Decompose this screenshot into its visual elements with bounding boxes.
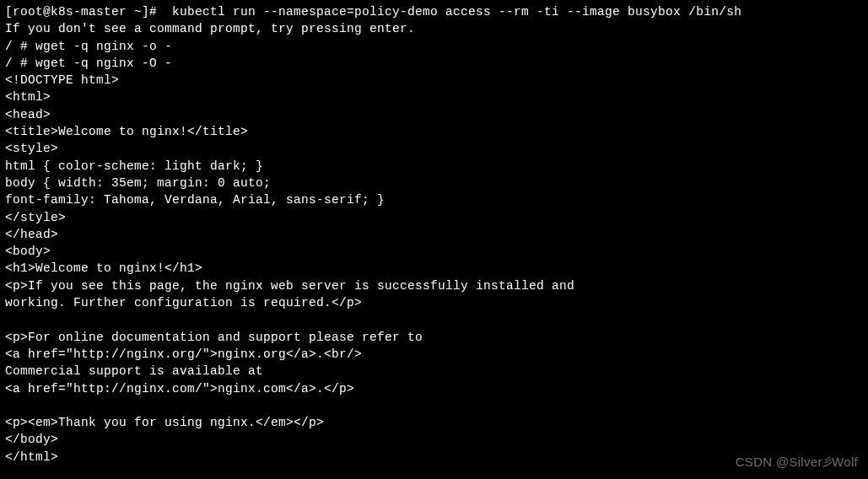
terminal-line: </style> — [5, 209, 863, 226]
terminal-line: <!DOCTYPE html> — [5, 72, 863, 89]
terminal-line: <h1>Welcome to nginx!</h1> — [5, 260, 863, 277]
terminal-line: Commercial support is available at — [5, 363, 863, 379]
terminal-line: </head> — [5, 226, 863, 243]
terminal-line: <a href="http://nginx.com/">nginx.com</a… — [5, 380, 863, 397]
terminal-line: font-family: Tahoma, Verdana, Arial, san… — [5, 191, 863, 208]
terminal-line: </html> — [5, 449, 863, 466]
terminal-line: / # wget -q nginx -o - — [5, 38, 863, 55]
terminal-line: <html> — [5, 89, 863, 105]
terminal-line: <body> — [5, 243, 863, 260]
terminal-line: body { width: 35em; margin: 0 auto; — [5, 175, 863, 191]
terminal-line: <p>If you see this page, the nginx web s… — [5, 277, 863, 294]
terminal-line: [root@k8s-master ~]# kubectl run --names… — [5, 3, 863, 20]
terminal-line: </body> — [5, 431, 863, 448]
terminal-line: <p><em>Thank you for using nginx.</em></… — [5, 414, 863, 431]
terminal-line: <style> — [5, 140, 863, 157]
terminal-line: html { color-scheme: light dark; } — [5, 158, 863, 175]
terminal-line: <p>For online documentation and support … — [5, 329, 863, 346]
terminal-line: <a href="http://nginx.org/">nginx.org</a… — [5, 346, 863, 363]
terminal-line: If you don't see a command prompt, try p… — [5, 20, 863, 37]
terminal-line: working. Further configuration is requir… — [5, 294, 863, 311]
terminal-line — [5, 397, 863, 414]
terminal-line — [5, 311, 863, 328]
terminal-line: <title>Welcome to nginx!</title> — [5, 123, 863, 140]
terminal-line: <head> — [5, 106, 863, 123]
terminal-line: / # wget -q nginx -O - — [5, 55, 863, 72]
terminal-output[interactable]: [root@k8s-master ~]# kubectl run --names… — [5, 3, 863, 466]
